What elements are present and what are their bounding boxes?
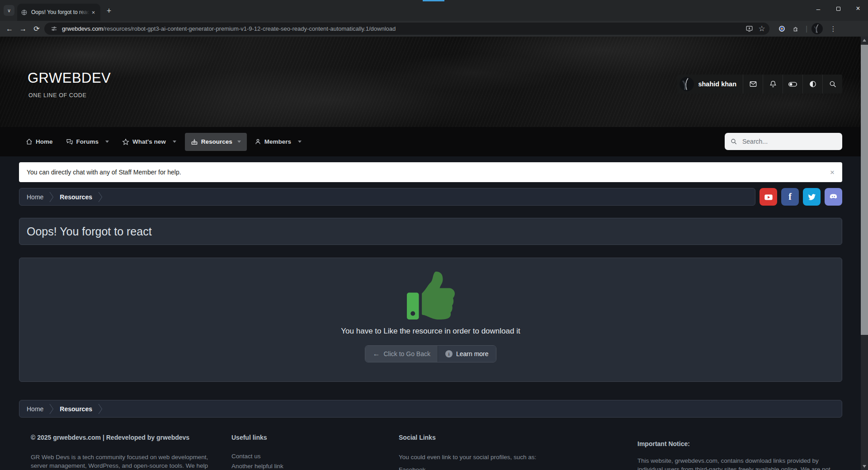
nav-resources-caret[interactable] [237, 141, 241, 143]
new-tab-button[interactable]: + [104, 5, 114, 16]
breadcrumb-home[interactable]: Home [27, 405, 43, 413]
thumbs-up-icon [404, 272, 458, 320]
footer-helpful-link[interactable]: Another helpful link [231, 463, 399, 470]
close-window-button[interactable]: × [848, 0, 868, 17]
tab-strip: ∨ Oops! You forgot to react | GR W × + –… [0, 0, 868, 21]
facebook-button[interactable]: f [781, 188, 799, 206]
discord-icon [829, 192, 838, 202]
facebook-icon: f [788, 192, 792, 202]
alerts-button[interactable] [763, 75, 783, 94]
page-scrollbar[interactable] [861, 37, 868, 470]
extensions-puzzle-icon[interactable] [790, 21, 802, 37]
site-content: GRWEBDEV ONE LINE OF CODE shahid khan [0, 37, 861, 470]
footer-about-text: GR Web Devs is a tech community focused … [31, 453, 212, 470]
page-title: Oops! You forgot to react [27, 225, 152, 238]
staff-notice-bar: You can directly chat with any of Staff … [19, 162, 842, 182]
nav-members-label: Members [264, 138, 291, 145]
extension-badge-icon[interactable] [776, 21, 788, 37]
learn-more-button[interactable]: i Learn more [438, 346, 496, 362]
browser-menu-kebab-icon[interactable]: ⋮ [827, 21, 839, 37]
inbox-button[interactable] [743, 75, 763, 94]
minimize-button[interactable]: – [808, 0, 828, 17]
site-tagline: ONE LINE OF CODE [28, 92, 86, 99]
person-icon [255, 138, 261, 145]
contrast-style-button[interactable] [802, 75, 822, 94]
nav-whats-new[interactable]: What's new [122, 138, 166, 146]
tab-search-button[interactable]: ∨ [4, 5, 14, 16]
footer-useful-links-column: Useful links Contact us Another helpful … [231, 434, 399, 470]
nav-resources-label: Resources [201, 138, 232, 145]
scroll-down-arrow[interactable] [861, 463, 868, 470]
install-app-icon[interactable] [743, 21, 755, 37]
scrollbar-thumb[interactable] [861, 45, 868, 335]
bell-icon [769, 80, 777, 88]
notice-text: You can directly chat with any of Staff … [27, 169, 181, 176]
site-logo[interactable]: GRWEBDEV [28, 70, 111, 86]
breadcrumb: Home Resources [19, 188, 755, 206]
page-title-panel: Oops! You forgot to react [19, 218, 842, 245]
footer-facebook-link[interactable]: Facebook [399, 466, 637, 470]
notice-close-icon[interactable]: × [830, 169, 835, 176]
reload-button[interactable]: ⟳ [30, 21, 43, 37]
bookmark-star-icon[interactable]: ☆ [756, 21, 768, 37]
learn-more-label: Learn more [456, 350, 489, 357]
nav-search-box[interactable] [725, 133, 842, 150]
restore-icon [836, 7, 840, 11]
restore-button[interactable] [828, 0, 848, 17]
search-icon [730, 138, 737, 145]
dark-mode-toggle[interactable] [783, 75, 802, 94]
comments-icon [66, 138, 73, 146]
header-search-button[interactable] [822, 75, 842, 94]
search-icon [829, 80, 837, 88]
footer-social-column: Social Links You could even link to your… [399, 434, 637, 470]
info-icon: i [445, 350, 453, 357]
footer-social-title: Social Links [399, 434, 637, 441]
breadcrumb-home[interactable]: Home [27, 193, 43, 201]
back-button[interactable]: ← [3, 21, 16, 37]
chevron-down-icon: ∨ [7, 8, 11, 14]
twitter-button[interactable] [803, 188, 821, 206]
site-footer: © 2025 grwebdevs.com | Redeveloped by gr… [19, 434, 842, 470]
footer-social-text: You could even link to your social profi… [399, 453, 611, 461]
nav-forums[interactable]: Forums [66, 138, 99, 146]
profile-avatar[interactable] [810, 21, 824, 37]
youtube-icon [764, 192, 774, 202]
nav-whats-new-caret[interactable] [173, 141, 176, 143]
footer-notice-text: This website, grwebdevs.com, contains do… [637, 456, 842, 470]
nav-resources-active[interactable]: Resources [185, 133, 247, 151]
search-input[interactable] [741, 137, 832, 146]
nav-members-caret[interactable] [298, 141, 302, 143]
page-viewport: GRWEBDEV ONE LINE OF CODE shahid khan [0, 37, 868, 470]
breadcrumb-resources[interactable]: Resources [60, 405, 92, 413]
envelope-icon [749, 80, 757, 88]
url-path: /resources/robot-gpt3-ai-content-generat… [103, 25, 396, 32]
breadcrumb-row: Home Resources [19, 188, 842, 206]
forward-button[interactable]: → [16, 21, 30, 37]
nav-forums-caret[interactable] [105, 141, 109, 143]
footer-contact-link[interactable]: Contact us [231, 453, 399, 460]
url-text: grwebdevs.com/resources/robot-gpt3-ai-co… [62, 25, 396, 32]
footer-breadcrumb: Home Resources [19, 400, 842, 418]
account-menu[interactable]: shahid khan [677, 75, 743, 94]
go-back-button[interactable]: ← Click to Go Back [365, 346, 437, 362]
browser-window: ∨ Oops! You forgot to react | GR W × + –… [0, 0, 868, 470]
scroll-up-arrow[interactable] [861, 37, 868, 44]
site-settings-icon[interactable] [51, 25, 57, 32]
site-header: GRWEBDEV ONE LINE OF CODE shahid khan [0, 37, 861, 127]
tab-close-icon[interactable]: × [90, 9, 97, 16]
discord-button[interactable] [825, 188, 842, 206]
window-controls: – × [808, 0, 868, 17]
go-back-label: Click to Go Back [383, 350, 430, 357]
toolbar-divider: | [804, 21, 809, 37]
nav-members[interactable]: Members [255, 138, 291, 145]
breadcrumb-resources[interactable]: Resources [60, 193, 92, 201]
youtube-button[interactable] [760, 188, 777, 206]
content-area: You can directly chat with any of Staff … [0, 162, 861, 470]
footer-about-column: © 2025 grwebdevs.com | Redeveloped by gr… [31, 434, 231, 470]
download-gate-panel: You have to Like the resource in order t… [19, 258, 842, 382]
address-bar[interactable]: grwebdevs.com/resources/robot-gpt3-ai-co… [44, 23, 769, 35]
active-tab[interactable]: Oops! You forgot to react | GR W × [17, 4, 100, 21]
nav-home[interactable]: Home [26, 138, 53, 145]
footer-notice-title: Important Notice: [637, 440, 842, 447]
gate-message: You have to Like the resource in order t… [341, 327, 520, 336]
